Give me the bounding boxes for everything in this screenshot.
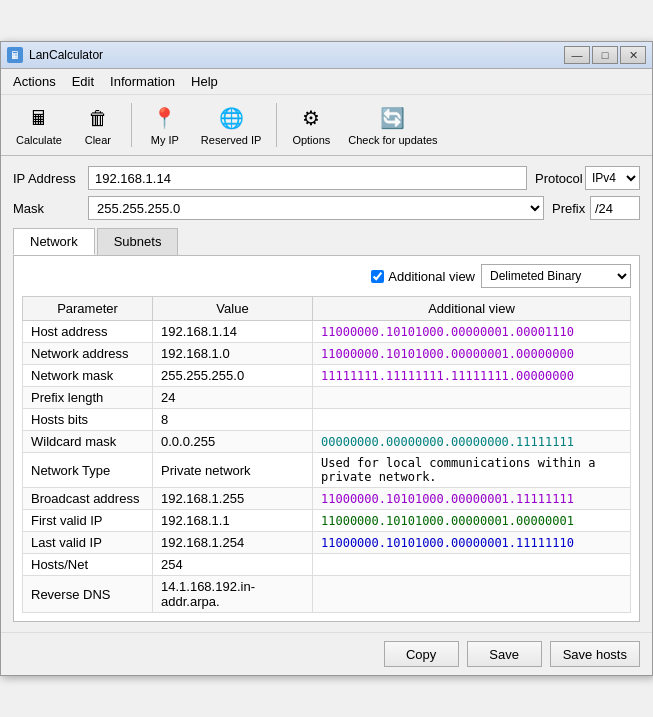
table-row: Network mask255.255.255.011111111.111111… xyxy=(23,365,631,387)
table-cell-param: Prefix length xyxy=(23,387,153,409)
table-row: Network address192.168.1.011000000.10101… xyxy=(23,343,631,365)
toolbar-separator-2 xyxy=(276,103,277,147)
mask-row: Mask 255.255.255.0 255.255.0.0 255.0.0.0… xyxy=(13,196,640,220)
table-cell-param: Broadcast address xyxy=(23,488,153,510)
ip-row: IP Address Protocol IPv4 IPv6 xyxy=(13,166,640,190)
calculate-label: Calculate xyxy=(16,134,62,146)
table-row: Host address192.168.1.1411000000.1010100… xyxy=(23,321,631,343)
table-cell-additional: 11000000.10101000.00000001.11111111 xyxy=(313,488,631,510)
table-row: Network TypePrivate networkUsed for loca… xyxy=(23,453,631,488)
additional-view-checkbox[interactable] xyxy=(371,270,384,283)
clear-icon: 🗑 xyxy=(84,104,112,132)
table-cell-value: 192.168.1.0 xyxy=(153,343,313,365)
table-row: Last valid IP192.168.1.25411000000.10101… xyxy=(23,532,631,554)
toolbar-separator-1 xyxy=(131,103,132,147)
myip-label: My IP xyxy=(151,134,179,146)
table-cell-param: Host address xyxy=(23,321,153,343)
table-cell-additional xyxy=(313,387,631,409)
menu-actions[interactable]: Actions xyxy=(5,71,64,92)
table-cell-param: Wildcard mask xyxy=(23,431,153,453)
save-button[interactable]: Save xyxy=(467,641,542,667)
title-bar-left: 🖩 LanCalculator xyxy=(7,47,103,63)
table-cell-param: Hosts bits xyxy=(23,409,153,431)
tab-subnets[interactable]: Subnets xyxy=(97,228,179,255)
calculate-icon: 🖩 xyxy=(25,104,53,132)
close-button[interactable]: ✕ xyxy=(620,46,646,64)
maximize-button[interactable]: □ xyxy=(592,46,618,64)
prefix-label: Prefix xyxy=(552,201,590,216)
table-cell-additional: Used for local communications within a p… xyxy=(313,453,631,488)
table-cell-value: 192.168.1.254 xyxy=(153,532,313,554)
table-cell-additional: 11000000.10101000.00000001.00000000 xyxy=(313,343,631,365)
table-cell-additional: 11000000.10101000.00000001.00001110 xyxy=(313,321,631,343)
protocol-select[interactable]: IPv4 IPv6 xyxy=(585,166,640,190)
table-row: Wildcard mask0.0.0.25500000000.00000000.… xyxy=(23,431,631,453)
main-window: 🖩 LanCalculator — □ ✕ Actions Edit Infor… xyxy=(0,41,653,676)
clear-label: Clear xyxy=(85,134,111,146)
ip-input[interactable] xyxy=(88,166,527,190)
table-row: Broadcast address192.168.1.25511000000.1… xyxy=(23,488,631,510)
menu-information[interactable]: Information xyxy=(102,71,183,92)
col-header-additional: Additional view xyxy=(313,297,631,321)
table-cell-value: Private network xyxy=(153,453,313,488)
tab-network[interactable]: Network xyxy=(13,228,95,255)
table-cell-additional xyxy=(313,554,631,576)
additional-view-select[interactable]: Delimeted Binary Binary Hexadecimal Deci… xyxy=(481,264,631,288)
content-area: IP Address Protocol IPv4 IPv6 Mask 255.2… xyxy=(1,156,652,632)
minimize-button[interactable]: — xyxy=(564,46,590,64)
toolbar: 🖩 Calculate 🗑 Clear 📍 My IP 🌐 Reserved I… xyxy=(1,95,652,156)
reservedip-button[interactable]: 🌐 Reserved IP xyxy=(194,99,269,151)
myip-button[interactable]: 📍 My IP xyxy=(140,99,190,151)
table-cell-value: 14.1.168.192.in-addr.arpa. xyxy=(153,576,313,613)
additional-view-checkbox-label[interactable]: Additional view xyxy=(371,269,475,284)
table-cell-value: 8 xyxy=(153,409,313,431)
reservedip-icon: 🌐 xyxy=(217,104,245,132)
table-cell-param: Last valid IP xyxy=(23,532,153,554)
options-label: Options xyxy=(292,134,330,146)
table-cell-param: First valid IP xyxy=(23,510,153,532)
options-button[interactable]: ⚙ Options xyxy=(285,99,337,151)
table-cell-value: 255.255.255.0 xyxy=(153,365,313,387)
table-row: First valid IP192.168.1.111000000.101010… xyxy=(23,510,631,532)
table-cell-param: Reverse DNS xyxy=(23,576,153,613)
col-header-parameter: Parameter xyxy=(23,297,153,321)
table-row: Hosts bits8 xyxy=(23,409,631,431)
tab-content-network: Additional view Delimeted Binary Binary … xyxy=(13,255,640,622)
tabs: Network Subnets xyxy=(13,228,640,255)
table-cell-additional: 11000000.10101000.00000001.11111110 xyxy=(313,532,631,554)
table-cell-additional: 11000000.10101000.00000001.00000001 xyxy=(313,510,631,532)
table-cell-value: 0.0.0.255 xyxy=(153,431,313,453)
table-cell-additional xyxy=(313,576,631,613)
checkupdates-label: Check for updates xyxy=(348,134,437,146)
window-title: LanCalculator xyxy=(29,48,103,62)
table-row: Reverse DNS14.1.168.192.in-addr.arpa. xyxy=(23,576,631,613)
table-cell-param: Network address xyxy=(23,343,153,365)
reservedip-label: Reserved IP xyxy=(201,134,262,146)
table-row: Hosts/Net254 xyxy=(23,554,631,576)
col-header-value: Value xyxy=(153,297,313,321)
additional-bar: Additional view Delimeted Binary Binary … xyxy=(22,264,631,288)
footer-buttons: Copy Save Save hosts xyxy=(1,632,652,675)
myip-icon: 📍 xyxy=(151,104,179,132)
table-cell-param: Hosts/Net xyxy=(23,554,153,576)
table-row: Prefix length24 xyxy=(23,387,631,409)
copy-button[interactable]: Copy xyxy=(384,641,459,667)
menu-edit[interactable]: Edit xyxy=(64,71,102,92)
table-cell-additional xyxy=(313,409,631,431)
calculate-button[interactable]: 🖩 Calculate xyxy=(9,99,69,151)
mask-label: Mask xyxy=(13,201,88,216)
menu-help[interactable]: Help xyxy=(183,71,226,92)
clear-button[interactable]: 🗑 Clear xyxy=(73,99,123,151)
mask-select[interactable]: 255.255.255.0 255.255.0.0 255.0.0.0 xyxy=(88,196,544,220)
checkupdates-button[interactable]: 🔄 Check for updates xyxy=(341,99,444,151)
table-cell-value: 192.168.1.255 xyxy=(153,488,313,510)
table-cell-param: Network mask xyxy=(23,365,153,387)
checkupdates-icon: 🔄 xyxy=(379,104,407,132)
prefix-input[interactable] xyxy=(590,196,640,220)
menu-bar: Actions Edit Information Help xyxy=(1,69,652,95)
app-icon: 🖩 xyxy=(7,47,23,63)
table-cell-value: 192.168.1.1 xyxy=(153,510,313,532)
save-hosts-button[interactable]: Save hosts xyxy=(550,641,640,667)
table-cell-value: 24 xyxy=(153,387,313,409)
additional-view-label: Additional view xyxy=(388,269,475,284)
